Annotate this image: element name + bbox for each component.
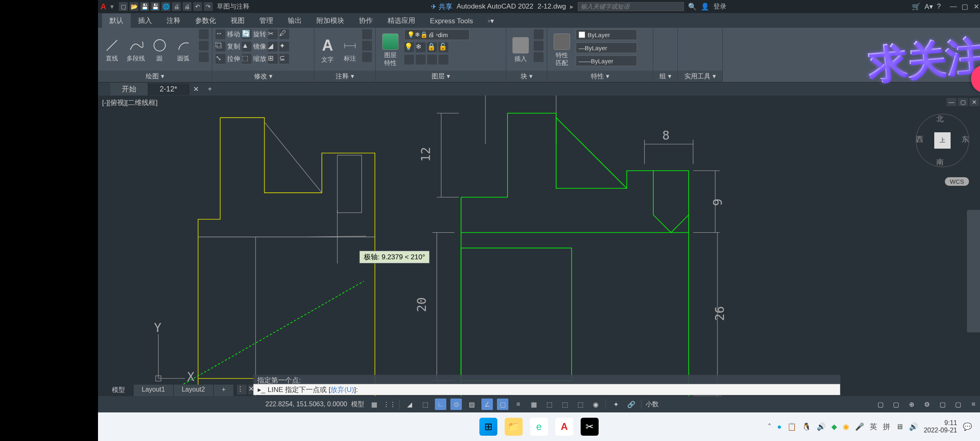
matchprop-button[interactable]: 特性 匹配 <box>550 29 573 71</box>
clock[interactable]: 9:11 2022-09-21 <box>924 419 957 434</box>
panel-utils-title[interactable]: 实用工具 ▾ <box>678 71 722 82</box>
layout-tab-1[interactable]: Layout1 <box>134 385 174 396</box>
linetype-dropdown[interactable]: —— ByLayer <box>576 56 637 66</box>
line-button[interactable]: 直线 <box>101 29 122 71</box>
gizmo-toggle[interactable]: ✦ <box>610 399 621 410</box>
layer-props-button[interactable]: 图层 特性 <box>379 29 402 71</box>
drawing-viewport[interactable]: [-][俯视][二维线框] — ▢ ✕ <box>98 96 980 396</box>
tab-addins[interactable]: 附加模块 <box>309 13 352 28</box>
tab-extra-icon[interactable]: ▫▾ <box>481 14 501 28</box>
layout-add-icon[interactable]: + <box>214 385 234 396</box>
layer-icon-5[interactable] <box>404 55 414 65</box>
login-button[interactable]: 登录 <box>713 2 726 11</box>
leader-icon[interactable] <box>362 29 372 39</box>
text-button[interactable]: A文字 <box>318 29 338 71</box>
tab-annotate[interactable]: 注释 <box>159 13 188 28</box>
tab-insert[interactable]: 插入 <box>131 13 159 28</box>
close-button[interactable]: ✕ <box>972 2 980 11</box>
block-icon-2[interactable] <box>534 41 543 51</box>
explorer-app[interactable]: 📁 <box>505 418 523 436</box>
tab-manage[interactable]: 管理 <box>252 13 281 28</box>
tray-notifications-icon[interactable]: 💬 <box>963 422 972 431</box>
circle-button[interactable]: 圆 <box>149 29 170 71</box>
tab-parametric[interactable]: 参数化 <box>188 13 223 28</box>
layer-icon-3[interactable]: 🔒 <box>427 42 437 52</box>
saveas-icon[interactable]: 💾 <box>151 2 160 11</box>
layout-tab-model[interactable]: 模型 <box>104 385 134 396</box>
panel-group-title[interactable]: 组 ▾ <box>653 71 677 82</box>
layer-icon-2[interactable]: ❄ <box>416 42 425 52</box>
layer-icon-8[interactable] <box>439 55 448 65</box>
tab-express[interactable]: Express Tools <box>423 15 481 28</box>
tab-close-icon[interactable]: ✕ <box>189 85 203 94</box>
rect-icon[interactable] <box>199 29 209 39</box>
sb-icon-a[interactable]: ▢ <box>875 399 886 410</box>
new-icon[interactable]: ▢ <box>119 2 128 11</box>
transp-toggle[interactable]: ▦ <box>528 399 539 410</box>
array-icon[interactable]: ⊞ <box>268 54 278 64</box>
osnap-toggle[interactable]: ▢ <box>497 399 508 410</box>
copy-icon[interactable]: ⿻ <box>216 42 225 51</box>
region-icon[interactable] <box>199 52 209 62</box>
rotate-icon[interactable]: 🔄 <box>242 29 252 39</box>
tab-view[interactable]: 视图 <box>223 13 252 28</box>
offset-icon[interactable]: ⊆ <box>279 54 289 64</box>
dyn-toggle[interactable]: ⬚ <box>419 399 431 410</box>
workspace-label[interactable]: 草图与注释 <box>217 2 249 11</box>
units-label[interactable]: 小数 <box>646 400 659 409</box>
tab-default[interactable]: 默认 <box>102 13 131 28</box>
tray-mic-icon[interactable]: 🎤 <box>855 422 864 431</box>
sb-icon-c[interactable]: ⊕ <box>906 399 917 410</box>
lineweight-dropdown[interactable]: — ByLayer <box>576 42 637 53</box>
layer-icon-6[interactable] <box>416 55 425 65</box>
trim-icon[interactable]: ✂ <box>268 29 278 39</box>
plot-icon[interactable]: 🖨 <box>172 2 181 11</box>
3dosnap-toggle[interactable]: ⬚ <box>559 399 570 410</box>
cycle-toggle[interactable]: ⬚ <box>543 399 555 410</box>
dynucs-toggle[interactable]: ⬚ <box>575 399 586 410</box>
insert-button[interactable]: 插入 <box>510 29 531 71</box>
explode-icon[interactable]: ✦ <box>279 42 289 51</box>
undo-icon[interactable]: ↶ <box>193 2 202 11</box>
sb-icon-f[interactable]: ▢ <box>952 399 964 410</box>
cart-icon[interactable]: 🛒 <box>912 2 920 11</box>
panel-props-title[interactable]: 特性 ▾ <box>547 71 653 82</box>
tray-volume-icon[interactable]: 🔊 <box>817 422 826 431</box>
open-icon[interactable]: 📂 <box>129 2 138 11</box>
ime-mode[interactable]: 拼 <box>883 422 890 432</box>
print-icon[interactable]: 🖨 <box>183 2 192 11</box>
scale-icon[interactable]: ⬚ <box>242 54 252 64</box>
navigation-bar[interactable] <box>967 210 980 332</box>
otrack-toggle[interactable]: ∠ <box>481 399 493 410</box>
user-icon[interactable]: 👤 <box>701 2 709 11</box>
layer-icon-4[interactable]: 🔓 <box>439 42 448 52</box>
tray-app3-icon[interactable]: ◉ <box>843 422 849 431</box>
cmd-handle-icon[interactable]: ⋮ <box>237 385 247 394</box>
tray-onedrive-icon[interactable]: ● <box>777 423 782 431</box>
app-switcher-icon[interactable]: A▾ <box>924 2 933 11</box>
coordinates[interactable]: 222.8254, 151.5063, 0.0000 <box>265 401 347 408</box>
panel-layer-title[interactable]: 图层 ▾ <box>376 71 506 82</box>
tray-chevron-icon[interactable]: ˄ <box>768 422 771 431</box>
erase-icon[interactable]: 🖊 <box>279 29 289 39</box>
arc-button[interactable]: 圆弧 <box>173 29 194 71</box>
tray-app1-icon[interactable]: 📋 <box>787 422 796 431</box>
block-icon-1[interactable] <box>534 29 543 39</box>
tab-add-icon[interactable]: + <box>203 85 217 93</box>
layer-icon-1[interactable]: 💡 <box>404 42 414 52</box>
layout-tab-2[interactable]: Layout2 <box>174 385 214 396</box>
tray-network-icon[interactable]: 🖥 <box>896 423 903 431</box>
mirror-icon[interactable]: ▲ <box>242 42 252 51</box>
polar-toggle[interactable]: ⊙ <box>450 399 462 410</box>
viewport-label[interactable]: [-][俯视][二维线框] <box>102 98 158 107</box>
grid-toggle[interactable]: ▦ <box>368 399 380 410</box>
sb-customize-icon[interactable]: ≡ <box>968 399 979 410</box>
autocad-app[interactable]: A <box>555 418 573 436</box>
ime-lang[interactable]: 英 <box>870 422 877 432</box>
search-input[interactable]: 输入关键字或短语 <box>578 2 684 11</box>
filter-toggle[interactable]: ◉ <box>590 399 601 410</box>
color-dropdown[interactable]: ByLayer <box>576 29 637 40</box>
move-icon[interactable]: ↔ <box>216 29 225 39</box>
web-icon[interactable]: 🌐 <box>161 2 170 11</box>
vp-maximize[interactable]: ▢ <box>958 98 968 106</box>
